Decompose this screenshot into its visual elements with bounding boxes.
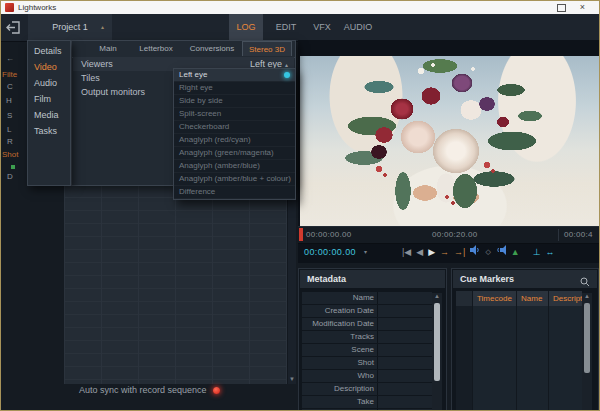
- metadata-row: Reel/Tape/card: [302, 409, 432, 410]
- tab-main[interactable]: Main: [90, 41, 126, 56]
- metadata-panel: Metadata Name Creation Date Modification…: [298, 268, 447, 410]
- scroll-up-icon[interactable]: ▲: [584, 293, 590, 299]
- left-rail: ← Filte C H S L R Shot D: [2, 41, 27, 241]
- field-value[interactable]: [378, 305, 432, 317]
- mark-button[interactable]: ⊥: [533, 242, 541, 262]
- metadata-scrollbar[interactable]: ▲ ▼: [432, 293, 442, 410]
- dropdown-option-anaglyph-amber-blue-colour[interactable]: Anaglyph (amber/blue + colour): [174, 173, 295, 186]
- dropdown-option-split-screen[interactable]: Split-screen: [174, 108, 295, 121]
- tab-vfx[interactable]: VFX: [307, 14, 337, 41]
- field-value[interactable]: [378, 357, 432, 369]
- field-label: Scene: [302, 344, 378, 356]
- field-value[interactable]: [378, 331, 432, 343]
- dropdown-option-label: Left eye: [179, 70, 207, 79]
- dropdown-option-difference[interactable]: Difference: [174, 186, 295, 199]
- field-value[interactable]: [378, 370, 432, 382]
- exit-project-button[interactable]: [6, 20, 22, 35]
- back-arrow-icon[interactable]: ←: [6, 54, 14, 63]
- maximize-button[interactable]: [557, 4, 566, 12]
- field-label: Shot: [302, 357, 378, 369]
- cue-scrollbar[interactable]: ▲ ▼: [582, 293, 592, 410]
- field-value[interactable]: [378, 409, 432, 410]
- field-value[interactable]: [378, 344, 432, 356]
- tab-audio[interactable]: AUDIO: [337, 14, 379, 41]
- loop-button[interactable]: ↔: [546, 242, 555, 262]
- skip-to-end-button[interactable]: →|: [454, 242, 465, 262]
- speaker-right-icon[interactable]: [496, 242, 506, 262]
- metadata-row: Modification Date: [302, 318, 432, 330]
- cue-gutter-column: [456, 306, 472, 410]
- dropdown-option-anaglyph-red-cyan[interactable]: Anaglyph (red/cyan): [174, 134, 295, 147]
- menu-item-media[interactable]: Media: [28, 107, 70, 123]
- menu-item-details[interactable]: Details: [28, 43, 70, 59]
- scrollbar-thumb[interactable]: [434, 303, 440, 381]
- tab-log[interactable]: LOG: [229, 14, 263, 41]
- rail-item-fragment[interactable]: S: [7, 111, 12, 120]
- window-title: Lightworks: [18, 1, 56, 14]
- scrollbar-thumb[interactable]: [584, 303, 590, 373]
- speaker-left-icon[interactable]: [470, 242, 480, 262]
- menu-item-audio[interactable]: Audio: [28, 75, 70, 91]
- metadata-row: Take: [302, 396, 432, 408]
- field-value[interactable]: [378, 383, 432, 395]
- bin-scroll-down-icon[interactable]: ▼: [289, 376, 295, 382]
- home-button[interactable]: ▲: [511, 242, 520, 262]
- lightworks-logo-icon: [5, 3, 14, 12]
- timecode-dropdown-icon[interactable]: ▾: [364, 242, 367, 262]
- tab-edit[interactable]: EDIT: [267, 14, 305, 41]
- metadata-row: Shot: [302, 357, 432, 369]
- field-label: Take: [302, 396, 378, 408]
- metadata-row: Scene: [302, 344, 432, 356]
- column-divider: [548, 306, 549, 410]
- rail-item-fragment[interactable]: H: [6, 96, 12, 105]
- play-button[interactable]: ▶: [428, 242, 435, 262]
- field-label: Creation Date: [302, 305, 378, 317]
- step-back-button[interactable]: ◀: [416, 242, 423, 262]
- dropdown-option-anaglyph-green-magenta[interactable]: Anaglyph (green/magenta): [174, 147, 295, 160]
- audio-link-icon[interactable]: ◇: [485, 242, 490, 262]
- dropdown-option-anaglyph-amber-blue[interactable]: Anaglyph (amber/blue): [174, 160, 295, 173]
- submenu-tab-strip: Main Letterbox Conversions Stereo 3D: [72, 41, 295, 58]
- rail-heading-fragment: Shot: [2, 150, 18, 159]
- tab-letterbox[interactable]: Letterbox: [132, 41, 180, 56]
- dropdown-option-left-eye[interactable]: Left eye: [174, 69, 295, 82]
- skip-to-start-button[interactable]: |◀: [402, 242, 411, 262]
- tab-conversions[interactable]: Conversions: [184, 41, 240, 56]
- tab-stereo-3d[interactable]: Stereo 3D: [242, 41, 292, 56]
- field-value[interactable]: [378, 396, 432, 408]
- dropdown-option-side-by-side[interactable]: Side by side: [174, 95, 295, 108]
- search-icon[interactable]: [580, 273, 590, 291]
- column-header-description[interactable]: Description: [548, 291, 582, 306]
- rail-item-fragment[interactable]: R: [7, 137, 13, 146]
- column-divider: [516, 306, 517, 410]
- rail-item-fragment[interactable]: C: [7, 82, 13, 91]
- scroll-up-icon[interactable]: ▲: [434, 293, 440, 299]
- cue-markers-header: Cue Markers: [453, 270, 597, 288]
- column-header-timecode[interactable]: Timecode: [472, 291, 516, 306]
- timeline-divider: [558, 229, 559, 241]
- menu-item-tasks[interactable]: Tasks: [28, 123, 70, 139]
- rail-item-fragment[interactable]: D: [7, 172, 13, 181]
- selected-radio-icon: [284, 72, 290, 78]
- rail-item-fragment[interactable]: L: [7, 125, 11, 134]
- timecode-display[interactable]: 00:00:00.00: [304, 242, 356, 262]
- close-button[interactable]: ×: [580, 1, 585, 14]
- project-tab[interactable]: Project 1: [28, 14, 112, 41]
- out-time: 00:00:4: [564, 227, 593, 242]
- column-header-name[interactable]: Name: [516, 291, 548, 306]
- autosync-led-toggle[interactable]: [213, 387, 220, 394]
- metadata-fields: Name Creation Date Modification Date Tra…: [302, 292, 432, 410]
- play-forward-button[interactable]: →: [440, 242, 449, 262]
- dropdown-option-right-eye[interactable]: Right eye: [174, 82, 295, 95]
- metadata-row: Creation Date: [302, 305, 432, 317]
- menu-item-film[interactable]: Film: [28, 91, 70, 107]
- column-divider: [472, 306, 473, 410]
- autosync-label: Auto sync with record sequence: [79, 385, 207, 395]
- cue-table-body[interactable]: [456, 306, 582, 410]
- field-value[interactable]: [378, 292, 432, 304]
- menu-item-video[interactable]: Video: [28, 59, 70, 75]
- dropdown-option-checkerboard[interactable]: Checkerboard: [174, 121, 295, 134]
- playhead-marker[interactable]: [299, 228, 303, 241]
- field-value[interactable]: [378, 318, 432, 330]
- field-label: Tracks: [302, 331, 378, 343]
